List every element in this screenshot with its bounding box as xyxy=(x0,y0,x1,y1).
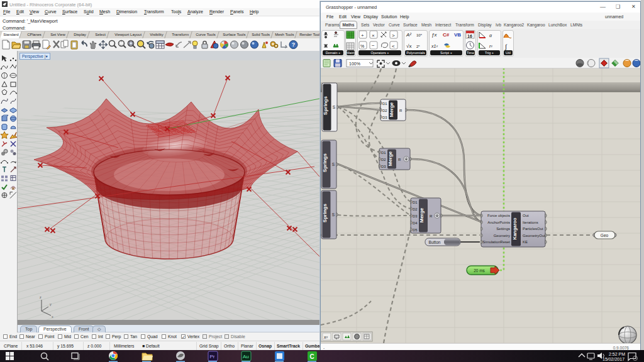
svg-text:%: % xyxy=(360,44,364,48)
svg-text:Pr: Pr xyxy=(210,354,215,359)
svg-text:D1: D1 xyxy=(413,200,418,204)
svg-text:D3: D3 xyxy=(381,165,386,168)
svg-text:C#: C# xyxy=(443,32,450,38)
svg-text:α: α xyxy=(489,33,492,38)
svg-text:Button: Button xyxy=(429,240,441,244)
svg-text:2ⁿ: 2ⁿ xyxy=(416,45,420,48)
svg-text:D1: D1 xyxy=(382,102,387,106)
svg-text:D3: D3 xyxy=(382,116,387,119)
svg-text:VB: VB xyxy=(454,32,461,38)
svg-text:>: > xyxy=(392,33,395,38)
svg-text:GeometryOut: GeometryOut xyxy=(523,234,545,238)
svg-text:D4: D4 xyxy=(413,221,418,225)
svg-text:16: 16 xyxy=(467,34,472,38)
svg-text:Au: Au xyxy=(243,354,249,359)
svg-text:Out: Out xyxy=(523,214,529,217)
svg-text:D3: D3 xyxy=(413,214,418,218)
svg-text:×: × xyxy=(372,33,375,38)
svg-text:x²: x² xyxy=(323,335,328,339)
svg-text:D2: D2 xyxy=(382,109,387,112)
svg-text:D5: D5 xyxy=(413,228,418,232)
svg-text:x: x xyxy=(52,315,53,319)
svg-text:Kangaroo: Kangaroo xyxy=(512,217,518,239)
svg-text:Springs: Springs xyxy=(322,153,328,172)
svg-text:Force objects: Force objects xyxy=(487,214,510,217)
svg-text:Merge: Merge xyxy=(419,207,425,222)
svg-text:ParticlesOut: ParticlesOut xyxy=(523,227,543,231)
svg-text:Merge: Merge xyxy=(389,102,394,117)
svg-text:2:52 PM: 2:52 PM xyxy=(609,352,625,356)
svg-text:A²: A² xyxy=(406,32,411,38)
svg-text:S: S xyxy=(333,105,336,109)
svg-text:10ⁿ: 10ⁿ xyxy=(416,33,422,37)
svg-text:R: R xyxy=(399,109,402,112)
svg-text:−: − xyxy=(372,43,375,48)
svg-text:∫: ∫ xyxy=(504,43,508,50)
svg-text:D2: D2 xyxy=(413,207,418,211)
svg-text:100%: 100% xyxy=(349,62,360,66)
svg-text:KE: KE xyxy=(523,240,528,244)
svg-text:+: + xyxy=(361,33,364,38)
svg-text:20 ms: 20 ms xyxy=(474,268,485,273)
svg-text:r²: r² xyxy=(489,44,492,48)
svg-text:15/02/2017: 15/02/2017 xyxy=(602,357,625,361)
svg-text:Iterations: Iterations xyxy=(523,221,538,224)
svg-text:<: < xyxy=(392,43,395,49)
svg-text:Springs: Springs xyxy=(323,96,328,115)
svg-text:√x: √x xyxy=(406,43,411,49)
svg-text:Settings: Settings xyxy=(496,227,510,231)
svg-text:R: R xyxy=(398,158,401,162)
svg-text:D1: D1 xyxy=(381,151,386,155)
svg-text:?: ? xyxy=(292,41,296,48)
svg-text:z: z xyxy=(40,295,42,299)
svg-text:C: C xyxy=(310,353,314,360)
svg-text:AnchorPoints: AnchorPoints xyxy=(487,221,510,224)
svg-text:R: R xyxy=(430,214,433,218)
svg-text:S: S xyxy=(332,162,335,167)
svg-text:Geo: Geo xyxy=(601,233,609,238)
svg-text:Merge: Merge xyxy=(387,151,393,166)
svg-text:ƒx: ƒx xyxy=(431,32,437,38)
svg-text:x1²: x1² xyxy=(431,44,438,48)
svg-text:D2: D2 xyxy=(381,158,386,162)
svg-text:y: y xyxy=(50,302,52,306)
svg-text:S: S xyxy=(332,212,335,217)
svg-text:Springs: Springs xyxy=(322,204,328,222)
svg-text:Geometry: Geometry xyxy=(494,234,510,238)
svg-text:SimulationReset: SimulationReset xyxy=(482,240,510,244)
